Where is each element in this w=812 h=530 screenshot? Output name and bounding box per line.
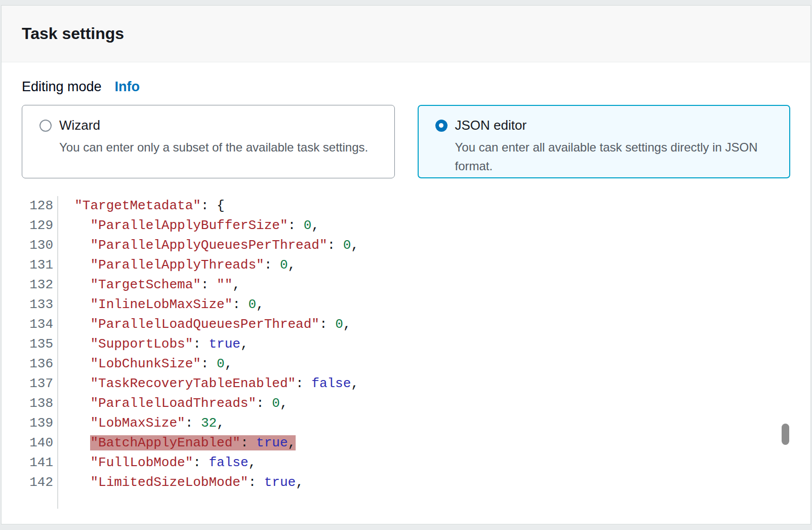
code-token: , xyxy=(288,435,296,450)
code-text: "BatchApplyEnabled": true, xyxy=(53,433,296,453)
code-token: , xyxy=(225,356,233,371)
code-token: : xyxy=(185,415,201,431)
code-text: "FullLobMode": false, xyxy=(53,453,256,473)
code-line[interactable]: 140 "BatchApplyEnabled": true, xyxy=(22,433,790,453)
wizard-description: You can enter only a subset of the avail… xyxy=(59,138,378,157)
json-editor-radio-row: JSON editor xyxy=(435,118,776,133)
code-token: : xyxy=(240,435,256,450)
code-line[interactable]: 130 "ParallelApplyQueuesPerThread": 0, xyxy=(22,236,790,255)
code-token: "FullLobMode" xyxy=(90,455,193,470)
code-token: : xyxy=(248,475,264,490)
code-text: "LimitedSizeLobMode": true, xyxy=(53,473,304,493)
task-settings-panel: Task settings Editing mode Info Wizard Y… xyxy=(1,5,811,524)
code-token: "LobChunkSize" xyxy=(90,356,200,371)
code-token: true xyxy=(209,336,240,352)
code-token: "ParallelApplyQueuesPerThread" xyxy=(90,238,327,253)
code-token: "ParallelApplyBufferSize" xyxy=(90,218,288,233)
code-token xyxy=(59,297,90,312)
code-line[interactable]: 134 "ParallelLoadQueuesPerThread": 0, xyxy=(22,315,790,334)
line-number: 134 xyxy=(22,315,53,334)
code-token: true xyxy=(256,435,288,450)
code-text: "ParallelLoadQueuesPerThread": 0, xyxy=(53,315,351,334)
code-text: "TargetMetadata": { xyxy=(53,196,225,216)
tile-wizard[interactable]: Wizard You can enter only a subset of th… xyxy=(22,105,395,178)
code-line[interactable]: 136 "LobChunkSize": 0, xyxy=(22,354,790,374)
radio-selected-icon[interactable] xyxy=(435,120,448,132)
json-editor-title: JSON editor xyxy=(455,118,527,133)
code-token xyxy=(59,317,90,332)
code-token: : xyxy=(201,277,217,292)
info-link[interactable]: Info xyxy=(115,79,140,95)
scrollbar-thumb[interactable] xyxy=(782,424,789,445)
code-text: "InlineLobMaxSize": 0, xyxy=(53,295,264,315)
tile-json-editor[interactable]: JSON editor You can enter all available … xyxy=(418,105,791,178)
line-number: 132 xyxy=(22,275,53,295)
code-token: , xyxy=(249,455,257,470)
code-token: "SupportLobs" xyxy=(90,336,193,352)
code-token: , xyxy=(232,277,240,292)
code-line[interactable]: 129 "ParallelApplyBufferSize": 0, xyxy=(22,216,790,236)
code-token: , xyxy=(288,257,296,273)
editing-mode-tiles: Wizard You can enter only a subset of th… xyxy=(22,105,790,178)
code-token xyxy=(59,336,90,352)
code-token: "LobMaxSize" xyxy=(90,415,185,431)
code-token: , xyxy=(351,376,359,391)
code-line[interactable]: 128 "TargetMetadata": { xyxy=(22,196,790,216)
editing-mode-row: Editing mode Info xyxy=(22,79,790,95)
code-token xyxy=(59,415,90,431)
code-line[interactable]: 131 "ParallelApplyThreads": 0, xyxy=(22,255,790,275)
line-number: 142 xyxy=(22,473,53,493)
code-token: "LimitedSizeLobMode" xyxy=(90,475,248,490)
code-line[interactable]: 139 "LobMaxSize": 32, xyxy=(22,413,790,433)
code-token: , xyxy=(351,238,359,253)
code-token: "ParallelApplyThreads" xyxy=(90,257,264,273)
code-token: , xyxy=(343,317,351,332)
code-token: , xyxy=(217,415,225,431)
code-token: : xyxy=(193,336,209,352)
page-title: Task settings xyxy=(22,24,124,43)
code-token: true xyxy=(264,475,296,490)
code-token: : xyxy=(319,317,335,332)
code-line[interactable]: 135 "SupportLobs": true, xyxy=(22,334,790,354)
code-text: "SupportLobs": true, xyxy=(53,334,249,354)
code-line[interactable]: 137 "TaskRecoveryTableEnabled": false, xyxy=(22,374,790,394)
code-token: 0 xyxy=(335,317,343,332)
json-code-editor[interactable]: 128 "TargetMetadata": {129 "ParallelAppl… xyxy=(22,196,790,509)
code-token: 32 xyxy=(201,415,217,431)
code-token: 0 xyxy=(343,238,351,253)
line-number: 128 xyxy=(22,196,53,216)
line-number: 138 xyxy=(22,394,53,413)
code-token: "TargetSchema" xyxy=(90,277,200,292)
code-line[interactable]: 132 "TargetSchema": "", xyxy=(22,275,790,295)
code-line[interactable]: 138 "ParallelLoadThreads": 0, xyxy=(22,394,790,413)
code-token: 0 xyxy=(249,297,257,312)
code-token: : xyxy=(328,238,343,253)
code-token: "" xyxy=(217,277,232,292)
code-line[interactable]: 133 "InlineLobMaxSize": 0, xyxy=(22,295,790,315)
highlighted-code: "BatchApplyEnabled": true, xyxy=(90,435,296,450)
code-line[interactable]: 141 "FullLobMode": false, xyxy=(22,453,790,473)
line-number: 136 xyxy=(22,354,53,374)
code-token: "BatchApplyEnabled" xyxy=(90,435,240,450)
code-text: "ParallelApplyBufferSize": 0, xyxy=(53,216,319,236)
code-token xyxy=(59,396,90,411)
code-line[interactable]: 142 "LimitedSizeLobMode": true, xyxy=(22,473,790,493)
code-token: , xyxy=(311,218,319,233)
code-token xyxy=(59,475,90,490)
code-token xyxy=(59,356,90,371)
radio-unselected-icon[interactable] xyxy=(39,120,52,132)
code-token: false xyxy=(311,376,351,391)
radio-dot xyxy=(439,123,443,128)
code-token: , xyxy=(296,475,304,490)
code-token: , xyxy=(280,396,288,411)
code-token: , xyxy=(256,297,264,312)
code-text: "TaskRecoveryTableEnabled": false, xyxy=(53,374,359,394)
wizard-title: Wizard xyxy=(59,118,100,133)
code-token xyxy=(59,198,74,213)
line-number: 141 xyxy=(22,453,53,473)
code-token: "InlineLobMaxSize" xyxy=(90,297,232,312)
json-editor-description: You can enter all available task setting… xyxy=(455,138,774,175)
line-number: 135 xyxy=(22,334,53,354)
code-text: "LobChunkSize": 0, xyxy=(53,354,232,374)
code-token: , xyxy=(240,336,249,352)
